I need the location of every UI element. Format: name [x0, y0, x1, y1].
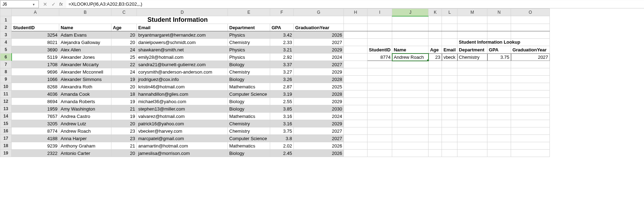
lookup-id[interactable]: 8774: [367, 54, 392, 61]
cell-name-3[interactable]: Adam Evans: [59, 31, 111, 39]
cell-id-4[interactable]: 8021: [12, 39, 59, 46]
cell-O1[interactable]: [511, 16, 550, 24]
cell-email-11[interactable]: hannahdillon@giles.com: [137, 90, 228, 98]
cell-dept-14[interactable]: Mathematics: [228, 113, 270, 120]
cell-N12[interactable]: [487, 98, 511, 105]
cell-J9[interactable]: [392, 76, 429, 83]
cell-dept-8[interactable]: Chemistry: [228, 68, 270, 76]
cell-year-14[interactable]: 2024: [294, 113, 344, 120]
cell-M14[interactable]: [457, 113, 487, 120]
cell-name-8[interactable]: Alexander Mcconnell: [59, 68, 111, 76]
header-email[interactable]: Email: [137, 24, 228, 31]
cell-O13[interactable]: [511, 105, 550, 113]
cell-L17[interactable]: [442, 135, 457, 142]
col-header-H[interactable]: H: [344, 9, 367, 16]
lookup-h-gpa[interactable]: GPA: [487, 46, 511, 54]
cell-N13[interactable]: [487, 105, 511, 113]
cell-N1[interactable]: [487, 16, 511, 24]
cell-email-16[interactable]: vbecker@harvey.com: [137, 127, 228, 135]
cell-M16[interactable]: [457, 127, 487, 135]
cell-H16[interactable]: [344, 127, 367, 135]
cell-year-11[interactable]: 2028: [294, 90, 344, 98]
cell-name-7[interactable]: Alexander Mccarty: [59, 61, 111, 68]
lookup-h-id[interactable]: StudentID: [367, 46, 392, 54]
cell-email-8[interactable]: corysmith@anderson-anderson.com: [137, 68, 228, 76]
header-department[interactable]: Department: [228, 24, 270, 31]
cell-L13[interactable]: [442, 105, 457, 113]
cell-J7[interactable]: [392, 61, 429, 68]
title-cell[interactable]: Student Information: [12, 16, 344, 24]
cell-O14[interactable]: [511, 113, 550, 120]
cell-M3[interactable]: [457, 31, 487, 39]
cell-H6[interactable]: [344, 54, 367, 61]
cell-N11[interactable]: [487, 90, 511, 98]
cell-H17[interactable]: [344, 135, 367, 142]
cell-K8[interactable]: [429, 68, 442, 76]
cell-K17[interactable]: [429, 135, 442, 142]
row-header-11[interactable]: 11: [0, 90, 12, 98]
cell-year-16[interactable]: 2027: [294, 127, 344, 135]
header-age[interactable]: Age: [111, 24, 137, 31]
cell-H18[interactable]: [344, 142, 367, 150]
cell-id-12[interactable]: 8694: [12, 98, 59, 105]
cell-id-18[interactable]: 9239: [12, 142, 59, 150]
cell-gpa-8[interactable]: 3.27: [270, 68, 294, 76]
cell-O11[interactable]: [511, 90, 550, 98]
cell-email-10[interactable]: kristin46@hotmail.com: [137, 83, 228, 90]
cell-year-7[interactable]: 2027: [294, 61, 344, 68]
cell-L15[interactable]: [442, 120, 457, 127]
row-header-16[interactable]: 16: [0, 127, 12, 135]
cell-K1[interactable]: [429, 16, 442, 24]
row-header-2[interactable]: 2: [0, 24, 12, 31]
row-header-14[interactable]: 14: [0, 113, 12, 120]
cell-year-4[interactable]: 2027: [294, 39, 344, 46]
cell-O15[interactable]: [511, 120, 550, 127]
cell-O3[interactable]: [511, 31, 550, 39]
cell-I18[interactable]: [367, 142, 392, 150]
cell-gpa-16[interactable]: 3.75: [270, 127, 294, 135]
cell-year-13[interactable]: 2030: [294, 105, 344, 113]
cell-age-12[interactable]: 19: [111, 98, 137, 105]
cell-email-14[interactable]: valvarez@hotmail.com: [137, 113, 228, 120]
cell-L8[interactable]: [442, 68, 457, 76]
cell-name-4[interactable]: Alejandra Galloway: [59, 39, 111, 46]
cell-age-3[interactable]: 20: [111, 31, 137, 39]
cell-gpa-7[interactable]: 3.37: [270, 61, 294, 68]
cell-L1[interactable]: [442, 16, 457, 24]
cell-age-4[interactable]: 20: [111, 39, 137, 46]
cell-L10[interactable]: [442, 83, 457, 90]
col-header-D[interactable]: D: [137, 9, 228, 16]
cell-J1[interactable]: [392, 16, 429, 24]
cell-I13[interactable]: [367, 105, 392, 113]
cell-age-11[interactable]: 18: [111, 90, 137, 98]
cell-J17[interactable]: [392, 135, 429, 142]
lookup-gpa[interactable]: 3.75: [487, 54, 511, 61]
cell-M15[interactable]: [457, 120, 487, 127]
cell-gpa-19[interactable]: 2.45: [270, 150, 294, 157]
lookup-h-email[interactable]: Email: [442, 46, 457, 54]
cell-gpa-9[interactable]: 3.26: [270, 76, 294, 83]
cell-M1[interactable]: [457, 16, 487, 24]
cell-id-13[interactable]: 1959: [12, 105, 59, 113]
cell-M17[interactable]: [457, 135, 487, 142]
cell-dept-17[interactable]: Computer Science: [228, 135, 270, 142]
cell-H7[interactable]: [344, 61, 367, 68]
cell-id-15[interactable]: 3205: [12, 120, 59, 127]
cell-I19[interactable]: [367, 150, 392, 157]
cell-J12[interactable]: [392, 98, 429, 105]
row-header-18[interactable]: 18: [0, 142, 12, 150]
cell-year-18[interactable]: 2026: [294, 142, 344, 150]
cell-id-7[interactable]: 1708: [12, 61, 59, 68]
row-header-6[interactable]: 6: [0, 54, 12, 61]
cell-O10[interactable]: [511, 83, 550, 90]
lookup-h-age[interactable]: Age: [429, 46, 442, 54]
cancel-icon[interactable]: ✕: [41, 1, 49, 7]
cell-age-7[interactable]: 22: [111, 61, 137, 68]
lookup-h-year[interactable]: GraduationYear: [511, 46, 550, 54]
cell-name-9[interactable]: Alexander Simmons: [59, 76, 111, 83]
cell-K7[interactable]: [429, 61, 442, 68]
cell-L4[interactable]: [442, 39, 457, 46]
cell-dept-6[interactable]: Physics: [228, 54, 270, 61]
col-header-E[interactable]: E: [228, 9, 270, 16]
cell-K2[interactable]: [429, 24, 442, 31]
